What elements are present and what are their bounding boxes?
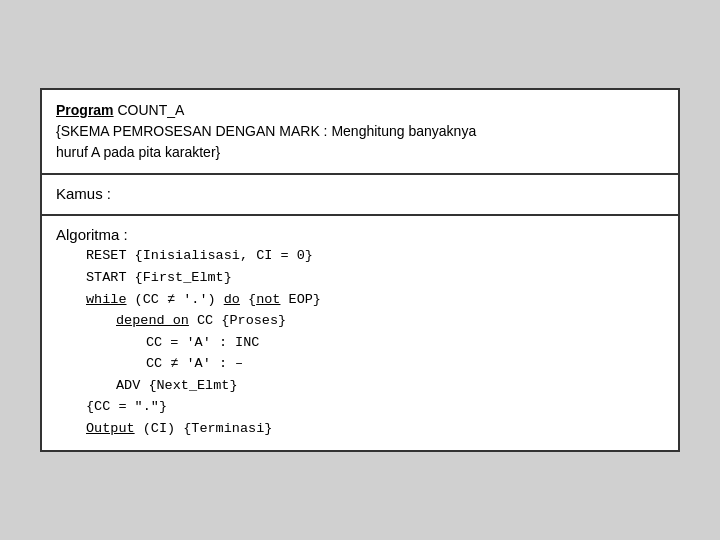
algo-line-output: Output (CI) {Terminasi} (86, 418, 664, 440)
algo-line-depend: depend on CC {Proses} (116, 310, 664, 332)
while-keyword: while (86, 292, 127, 307)
while-condition: (CC ≠ '.') (127, 292, 224, 307)
algo-line-reset: RESET {Inisialisasi, CI = 0} (86, 245, 664, 267)
kamus-section: Kamus : (42, 175, 678, 216)
header-desc-line2: huruf A pada pita karakter} (56, 142, 664, 163)
algo-line-start: START {First_Elmt} (86, 267, 664, 289)
program-keyword: Program (56, 102, 114, 118)
eop-text: EOP} (280, 292, 321, 307)
algoritma-body: RESET {Inisialisasi, CI = 0} START {Firs… (56, 245, 664, 439)
algo-line-adv: ADV {Next_Elmt} (116, 375, 664, 397)
header-section: Program COUNT_A {SKEMA PEMROSESAN DENGAN… (42, 90, 678, 175)
header-desc-line1: {SKEMA PEMROSESAN DENGAN MARK : Menghitu… (56, 121, 664, 142)
algoritma-section: Algoritma : RESET {Inisialisasi, CI = 0}… (42, 216, 678, 449)
program-name: COUNT_A (114, 102, 185, 118)
cc-eq-text: CC = 'A' : INC (146, 335, 259, 350)
kamus-label: Kamus : (56, 185, 664, 202)
algo-line-cc-neq: CC ≠ 'A' : – (146, 353, 664, 375)
algo-line-cc-eq: CC = 'A' : INC (146, 332, 664, 354)
algoritma-label: Algoritma : (56, 226, 664, 243)
depend-cc: CC {Proses} (189, 313, 286, 328)
adv-text: ADV {Next_Elmt} (116, 378, 238, 393)
header-program-line: Program COUNT_A (56, 100, 664, 121)
output-keyword: Output (86, 421, 135, 436)
output-args: (CI) {Terminasi} (135, 421, 273, 436)
not-keyword: not (256, 292, 280, 307)
algo-line-while: while (CC ≠ '.') do {not EOP} (86, 289, 664, 311)
main-card: Program COUNT_A {SKEMA PEMROSESAN DENGAN… (40, 88, 680, 451)
cc-dot-text: {CC = "."} (86, 399, 167, 414)
reset-text: RESET {Inisialisasi, CI = 0} (86, 248, 313, 263)
algo-line-cc-dot: {CC = "."} (86, 396, 664, 418)
while-comment: { (240, 292, 256, 307)
cc-neq-text: CC ≠ 'A' : – (146, 356, 243, 371)
start-text: START {First_Elmt} (86, 270, 232, 285)
do-keyword: do (224, 292, 240, 307)
depend-on-keyword: depend on (116, 313, 189, 328)
